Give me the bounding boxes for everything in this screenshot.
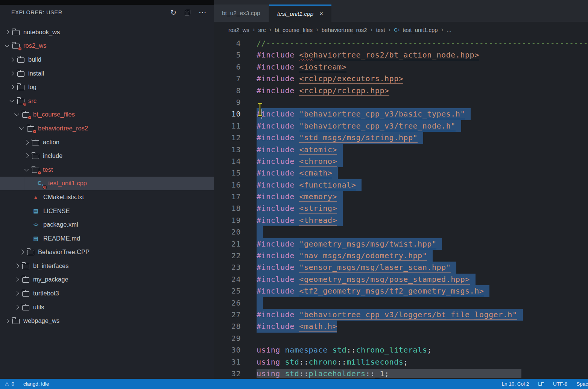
code-line-12[interactable]: 12#include "std_msgs/msg/string.hpp": [214, 132, 588, 144]
tree-item-behaviortree_ros2[interactable]: ×behaviortree_ros2: [0, 121, 214, 135]
code-line-31[interactable]: 31using std::chrono::milliseconds;: [214, 356, 588, 368]
tab-test_unit1.cpp[interactable]: test_unit1.cpp×: [269, 5, 331, 22]
code-line-23[interactable]: 23#include "sensor_msgs/msg/laser_scan.h…: [214, 262, 588, 273]
tree-item-my_package[interactable]: my_package: [0, 273, 214, 287]
breadcrumb-more[interactable]: ...: [447, 27, 451, 33]
code-line-30[interactable]: 30using namespace std::chrono_literals;: [214, 344, 588, 356]
tree-item-LICENSE[interactable]: ▤LICENSE: [0, 204, 214, 218]
chevron-right-icon[interactable]: [5, 318, 9, 323]
tree-item-src[interactable]: ×src: [0, 94, 214, 108]
tree-item-CMakeLists.txt[interactable]: ▲CMakeLists.txt: [0, 190, 214, 204]
code-line-9[interactable]: 9: [214, 97, 588, 108]
code-line-13[interactable]: 13#include <atomic>: [214, 144, 588, 156]
tab-bt_u2_ex3.cpp[interactable]: bt_u2_ex3.cpp: [214, 5, 269, 22]
folder-icon: [22, 304, 29, 310]
chevron-right-icon[interactable]: [14, 263, 19, 268]
error-badge: ×: [32, 129, 37, 134]
code-line-20[interactable]: 20: [214, 226, 588, 238]
refresh-icon[interactable]: ↻: [170, 9, 176, 16]
tree-item-include[interactable]: include: [0, 149, 214, 163]
tree-item-utils[interactable]: utils: [0, 300, 214, 314]
code-line-4[interactable]: 4//-------------------------------------…: [214, 38, 588, 49]
tree-item-test[interactable]: ×test: [0, 163, 214, 177]
chevron-right-icon[interactable]: [24, 153, 29, 158]
code-line-8[interactable]: 8#include <rclcpp/rclcpp.hpp>: [214, 85, 588, 97]
chevron-down-icon[interactable]: [5, 43, 9, 48]
chevron-down-icon[interactable]: [14, 111, 19, 116]
status-encoding[interactable]: UTF-8: [553, 381, 567, 387]
code-text: #include "behaviortree_cpp_v3/tree_node.…: [257, 120, 461, 132]
breadcrumb-item-test_unit1.cpp[interactable]: C+test_unit1.cpp: [394, 27, 438, 33]
code-line-16[interactable]: 16#include <functional>: [214, 179, 588, 191]
line-number: 30: [214, 344, 241, 356]
breadcrumb-item-behaviortree_ros2[interactable]: behaviortree_ros2: [322, 27, 367, 33]
code-line-28[interactable]: 28#include <math.h>: [214, 321, 588, 332]
tree-item-label: behaviortree_ros2: [38, 125, 88, 132]
chevron-right-icon[interactable]: [9, 85, 14, 89]
breadcrumb-item-src[interactable]: src: [258, 27, 266, 33]
code-line-29[interactable]: 29: [214, 333, 588, 344]
code-text: #include <iostream>: [257, 61, 346, 73]
breadcrumb-item-test[interactable]: test: [376, 27, 385, 33]
breadcrumb-separator-icon: ›: [441, 26, 444, 33]
chevron-right-icon[interactable]: [9, 57, 14, 62]
code-line-18[interactable]: 18#include <string>: [214, 203, 588, 214]
status-cursor-position[interactable]: Ln 10, Col 2: [501, 381, 529, 387]
breadcrumb-item-ros2_ws[interactable]: ros2_ws: [228, 27, 249, 33]
chevron-right-icon[interactable]: [5, 30, 9, 35]
tree-item-ros2_ws[interactable]: ×ros2_ws: [0, 39, 214, 53]
tree-item-notebook_ws[interactable]: notebook_ws: [0, 25, 214, 39]
code-line-6[interactable]: 6#include <iostream>: [214, 61, 588, 73]
tree-item-label: utils: [33, 304, 44, 311]
code-line-11[interactable]: 11#include "behaviortree_cpp_v3/tree_nod…: [214, 120, 588, 132]
code-line-26[interactable]: 26: [214, 297, 588, 309]
tree-item-bt_course_files[interactable]: ×bt_course_files: [0, 108, 214, 122]
chevron-down-icon[interactable]: [9, 98, 14, 103]
code-editor[interactable]: 4//-------------------------------------…: [214, 38, 588, 379]
code-line-7[interactable]: 7#include <rclcpp/executors.hpp>: [214, 73, 588, 85]
tree-item-action[interactable]: action: [0, 135, 214, 149]
tree-item-package.xml[interactable]: <>package.xml: [0, 218, 214, 232]
code-line-14[interactable]: 14#include <chrono>: [214, 156, 588, 167]
tree-item-webpage_ws[interactable]: webpage_ws: [0, 314, 214, 328]
chevron-right-icon[interactable]: [19, 250, 24, 254]
tree-item-README.md[interactable]: ▤README.md: [0, 232, 214, 245]
code-line-10[interactable]: 10#include "behaviortree_cpp_v3/basic_ty…: [214, 108, 588, 120]
tree-item-bt_interfaces[interactable]: bt_interfaces: [0, 259, 214, 273]
status-text: 0: [12, 381, 15, 387]
tree-item-log[interactable]: log: [0, 80, 214, 94]
chevron-down-icon[interactable]: [24, 166, 29, 171]
chevron-right-icon[interactable]: [14, 305, 19, 310]
status-eol[interactable]: LF: [538, 381, 544, 387]
code-line-15[interactable]: 15#include <cmath>: [214, 167, 588, 179]
line-number: 32: [214, 368, 241, 379]
code-line-21[interactable]: 21#include "geometry_msgs/msg/twist.hpp": [214, 238, 588, 250]
chevron-right-icon[interactable]: [14, 277, 19, 282]
code-line-17[interactable]: 17#include <memory>: [214, 191, 588, 203]
breadcrumb-item-bt_course_files[interactable]: bt_course_files: [275, 27, 313, 33]
code-line-25[interactable]: 25#include <tf2_geometry_msgs/tf2_geomet…: [214, 285, 588, 297]
folder-icon: [17, 84, 24, 90]
chevron-right-icon[interactable]: [14, 291, 19, 296]
tree-item-turtlebot3[interactable]: turtlebot3: [0, 286, 214, 300]
close-icon[interactable]: ×: [319, 10, 323, 18]
code-line-5[interactable]: 5#include <behaviortree_ros2/bt_action_n…: [214, 49, 588, 61]
tree-item-BehaviorTree.CPP[interactable]: BehaviorTree.CPP: [0, 245, 214, 259]
horizontal-scrollbar[interactable]: [257, 369, 521, 378]
chevron-down-icon[interactable]: [19, 125, 24, 130]
chevron-right-icon[interactable]: [9, 71, 14, 76]
code-line-27[interactable]: 27#include "behaviortree_cpp_v3/loggers/…: [214, 309, 588, 321]
more-actions-icon[interactable]: ⋯: [199, 11, 207, 15]
code-line-19[interactable]: 19#include <thread>: [214, 215, 588, 226]
tree-item-install[interactable]: install: [0, 67, 214, 80]
chevron-right-icon[interactable]: [24, 140, 29, 145]
tree-item-test_unit1.cpp[interactable]: C+×test_unit1.cpp: [0, 177, 214, 191]
tree-item-label: bt_interfaces: [33, 262, 68, 269]
code-line-24[interactable]: 24#include <geometry_msgs/msg/pose_stamp…: [214, 274, 588, 285]
tree-item-build[interactable]: build: [0, 53, 214, 67]
collapse-folders-icon[interactable]: [185, 10, 190, 15]
code-line-22[interactable]: 22#include "nav_msgs/msg/odometry.hpp": [214, 250, 588, 262]
status-problems[interactable]: ⚠0: [5, 381, 14, 387]
status-indentation[interactable]: Spac: [576, 381, 588, 387]
status-clangd-status[interactable]: clangd: idle: [23, 381, 49, 387]
